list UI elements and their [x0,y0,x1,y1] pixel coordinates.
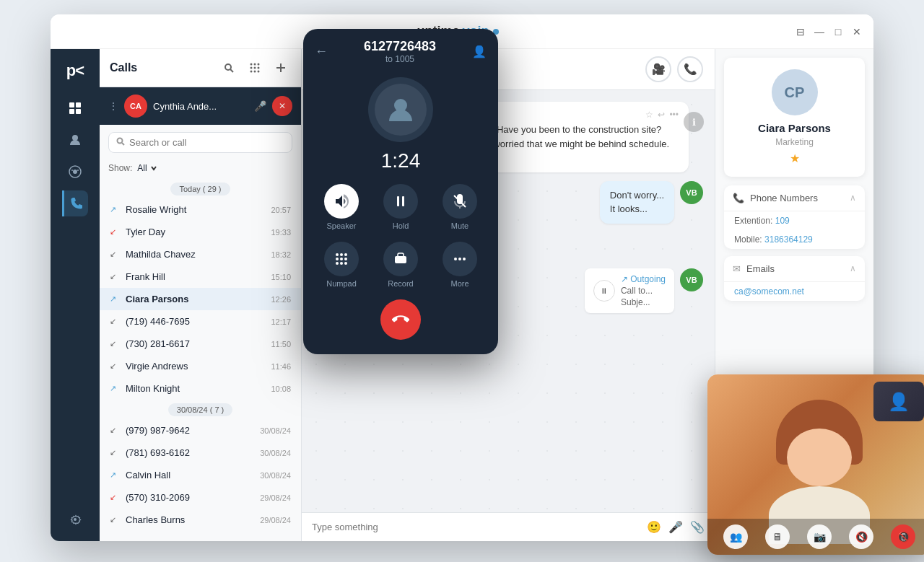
svg-point-7 [71,170,73,171]
call-item[interactable]: ↗ Milton Knight 10:08 [100,377,301,400]
attach-icon[interactable]: 📎 [690,520,705,534]
phone-chevron-icon[interactable]: ∧ [850,193,856,203]
arrow-icon: ↙ [110,272,120,281]
call-item[interactable]: ↙ Virgie Andrews 11:46 [100,355,301,377]
emails-section: ✉ Emails ∧ ca@somecom.net [724,256,865,301]
call-item[interactable]: ↙ (730) 281-6617 11:50 [100,333,301,355]
call-name: Charles Burns [126,514,254,525]
sidebar-item-status[interactable] [62,159,88,185]
email-link[interactable]: ca@somecom.net [734,286,804,297]
video-mute-btn[interactable]: 🔇 [849,524,873,549]
active-call-end-btn[interactable]: ✕ [272,96,292,116]
email-icon: ✉ [733,263,741,274]
call-item[interactable]: ↗ Calvin Hall 30/08/24 [100,464,301,486]
overlay-contacts-btn[interactable]: 👤 [472,45,487,58]
contact-card-dept: Marketing [736,137,853,147]
call-item[interactable]: ↙ (719) 446-7695 12:17 [100,310,301,333]
svg-point-34 [336,262,339,265]
call-item[interactable]: ↙ Mathilda Chavez 18:32 [100,243,301,265]
call-item[interactable]: ↙ Tyler Day 19:33 [100,221,301,243]
call-item[interactable]: ↗ Rosalie Wright 20:57 [100,198,301,221]
camera-btn[interactable]: 📷 [807,524,832,549]
search-bar [108,132,292,153]
msg-actions: ☆ ↩ ••• [645,110,679,120]
call-item[interactable]: ↙ (979) 987-9642 30/08/24 [100,419,301,442]
search-input[interactable] [129,137,284,148]
chat-input-bar: 🙂 🎤 📎 [302,512,715,541]
call-name: Milton Knight [126,383,265,394]
chat-input[interactable] [312,522,640,532]
close-btn[interactable]: ✕ [852,27,862,37]
svg-rect-0 [69,102,74,107]
svg-point-15 [254,67,256,69]
call-time: 20:57 [271,206,291,214]
maximize-btn[interactable]: □ [833,27,843,37]
record-ctrl[interactable]: Record [377,242,424,288]
prev-date-badge: 30/08/24 ( 7 ) [168,403,232,416]
sidebar-item-settings[interactable] [62,506,88,532]
calls-title: Calls [110,61,213,74]
face-skin [787,429,852,486]
arrow-icon: ↙ [110,361,120,371]
dialpad-btn[interactable] [245,58,265,78]
pause-btn[interactable]: ⏸ [593,280,615,302]
overlay-end-call-btn[interactable] [380,299,421,340]
overlay-back-btn[interactable]: ← [315,44,328,59]
svg-point-19 [258,71,260,73]
arrow-icon: ↙ [110,250,120,259]
search-calls-btn[interactable] [219,58,239,78]
video-call-btn[interactable]: 🎥 [645,56,671,82]
reply-icon[interactable]: ↩ [658,110,665,120]
active-call-name: Cynthia Ande... [153,101,248,112]
active-call-options[interactable]: ⋮ [108,100,118,112]
svg-point-12 [254,63,256,66]
sidebar-item-calls[interactable] [62,190,88,216]
prev-date-divider: 30/08/24 ( 7 ) [108,403,292,416]
svg-point-8 [77,170,79,171]
more-ctrl[interactable]: More [436,242,484,288]
speaker-ctrl[interactable]: Speaker [318,184,365,230]
extension-link[interactable]: 109 [775,216,790,226]
sidebar-toggle-btn[interactable]: ⊟ [796,27,806,37]
mic-icon[interactable]: 🎤 [668,520,683,534]
filter-value[interactable]: All [137,163,147,173]
more-label: More [450,279,468,288]
overlay-timer: 1:24 [303,149,498,172]
phone-call-btn[interactable]: 📞 [677,56,703,82]
email-chevron-icon[interactable]: ∧ [850,263,856,273]
call-item[interactable]: ↙ Frank Hill 15:10 [100,265,301,288]
screen-share-btn[interactable]: 🖥 [765,524,790,549]
emoji-icon[interactable]: 🙂 [647,520,661,534]
arrow-icon: ↙ [110,227,120,237]
minimize-btn[interactable]: — [814,27,824,37]
svg-point-40 [463,258,466,260]
extension-row: Extention: 109 [724,211,865,230]
more-icon[interactable]: ••• [669,110,679,120]
add-participant-btn[interactable]: 👥 [723,524,748,549]
hold-ctrl[interactable]: Hold [377,184,424,230]
star-icon[interactable]: ☆ [645,110,653,120]
svg-point-39 [458,258,461,260]
call-item-selected[interactable]: ↗ Ciara Parsons 12:26 [100,288,301,310]
mute-ctrl[interactable]: Mute [436,184,484,230]
call-item[interactable]: ↙ (781) 693-6162 30/08/24 [100,442,301,464]
call-name: Rosalie Wright [126,204,265,215]
numpad-ctrl[interactable]: Numpad [318,242,365,288]
show-filter: Show: All [100,160,301,179]
arrow-icon: ↙ [110,339,120,348]
active-call-mic-icon[interactable]: 🎤 [254,100,266,112]
call-name: Tyler Day [126,227,265,237]
call-time: 10:08 [271,385,291,393]
contact-card-star[interactable]: ★ [736,152,853,165]
mobile-link[interactable]: 3186364129 [764,234,813,245]
svg-point-11 [250,63,253,66]
video-end-call-btn[interactable]: 📵 [891,524,915,549]
call-item[interactable]: ↙ Charles Burns 29/08/24 [100,509,301,531]
add-call-btn[interactable] [271,58,291,78]
sidebar-item-contacts[interactable] [62,127,88,153]
svg-line-23 [122,143,124,145]
call-item[interactable]: ↙ (570) 310-2069 29/08/24 [100,486,301,509]
video-main: 👤 👥 🖥 📷 🔇 📵 [707,374,924,555]
info-tooltip-btn[interactable]: ℹ [684,112,704,132]
sidebar-item-grid[interactable] [62,95,88,121]
